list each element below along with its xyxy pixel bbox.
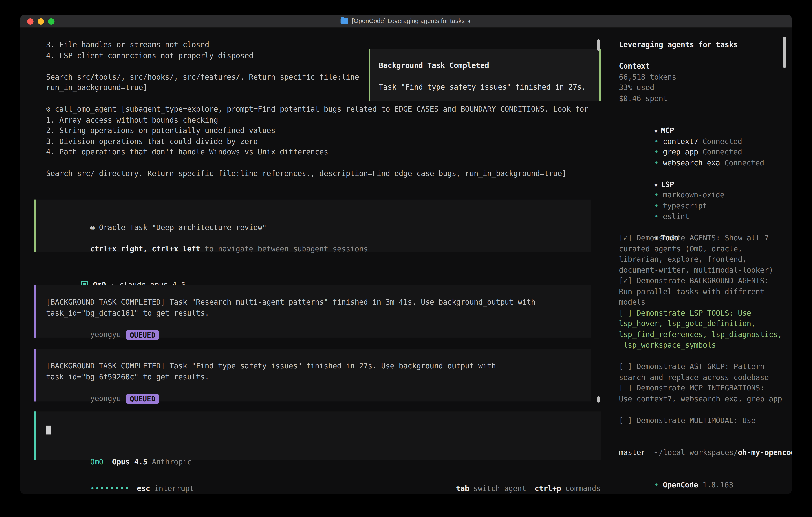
background-task-card: [BACKGROUND TASK COMPLETED] Task "Resear…: [34, 285, 591, 338]
workspace-path: ~/local-workspaces/oh-my-opencode:: [619, 436, 787, 447]
main-scrollbar-thumb[interactable]: [597, 39, 600, 51]
terminal-line: 4. Path operations that don't handle Win…: [46, 146, 601, 157]
window-title: [OpenCode] Leveraging agents for tasks: [352, 17, 465, 25]
minimize-button[interactable]: [38, 18, 44, 24]
oracle-task-panel: ◉ Oracle Task "Deep architecture review"…: [34, 199, 591, 252]
bullet-icon: •: [654, 137, 659, 145]
traffic-lights: [27, 15, 54, 28]
status-left: ••••••••escinterrupt: [46, 472, 194, 483]
task-author: yeongyu: [90, 330, 121, 338]
sidebar-scrollbar-thumb[interactable]: [783, 36, 786, 68]
text-cursor: [46, 426, 51, 434]
todo-pending-line: [ ] Demonstrate MULTIMODAL: Use: [619, 415, 787, 426]
toast-title: Background Task Completed: [379, 60, 599, 71]
todo-done-line: librarian, explore, frontend,: [619, 254, 787, 265]
ctrlp-key-label: commands: [566, 484, 601, 492]
task-message-line: task_id="bg_dcfac161" to get results.: [46, 307, 591, 318]
todo-done-line: Run parallel tasks with different: [619, 286, 787, 297]
terminal-line: 1. Array access without bounds checking: [46, 114, 601, 125]
zoom-button[interactable]: [48, 18, 54, 24]
title-bar: [OpenCode] Leveraging agents for tasks ◐: [20, 15, 792, 28]
terminal-line: 3. File handles or streams not closed: [46, 39, 601, 50]
todo-pending-line: search and replace across codebase: [619, 372, 787, 383]
oracle-icon: ◉: [90, 223, 94, 231]
oracle-keybinding: ctrl+x right, ctrl+x left: [90, 244, 200, 253]
todo-pending-line: [ ] Demonstrate MCP INTEGRATIONS:: [619, 383, 787, 393]
recording-icon: ◐: [468, 17, 471, 25]
status-right: tabswitch agentctrl+pcommands: [412, 472, 601, 483]
queued-badge: QUEUED: [126, 330, 159, 339]
todo-active-line: [ ] Demonstrate LSP TOOLS: Use: [619, 307, 787, 318]
context-spent: $0.46 spent: [619, 93, 787, 104]
oracle-title: Oracle Task "Deep architecture review": [99, 223, 266, 231]
opencode-version: •OpenCode 1.0.163: [619, 469, 787, 480]
bullet-icon: •: [654, 481, 659, 489]
toast-body: Task "Find type safety issues" finished …: [379, 82, 599, 92]
background-task-card: [BACKGROUND TASK COMPLETED] Task "Find t…: [34, 349, 591, 402]
bullet-icon: •: [654, 158, 659, 167]
todo-done-line: curated agents (OmO, oracle,: [619, 243, 787, 254]
terminal-line: Search src/ directory. Return specific f…: [46, 168, 601, 179]
queued-badge: QUEUED: [126, 394, 159, 403]
chevron-down-icon: ▼: [654, 128, 658, 135]
terminal-line: 3. Division operations that could divide…: [46, 136, 601, 147]
input-model-name: Opus 4.5: [112, 457, 148, 466]
close-button[interactable]: [27, 18, 33, 24]
task-author: yeongyu: [90, 394, 121, 402]
todo-done-line: [✓] Demonstrate AGENTS: Show all 7: [619, 233, 787, 243]
todo-active-line: lsp_hover, lsp_goto_definition,: [619, 318, 787, 329]
context-used: 33% used: [619, 82, 787, 93]
terminal-line: [46, 157, 601, 168]
task-message-line: [BACKGROUND TASK COMPLETED] Task "Find t…: [46, 361, 591, 372]
terminal-window: [OpenCode] Leveraging agents for tasks ◐…: [20, 15, 792, 494]
toast-notification[interactable]: Background Task Completed Task "Find typ…: [369, 49, 601, 101]
folder-icon: [341, 18, 348, 24]
esc-key-label: interrupt: [154, 484, 194, 492]
esc-key-hint: esc: [137, 484, 150, 492]
session-sidebar: Leveraging agents for tasks Context 66,5…: [611, 28, 792, 494]
agent-header: OmO · claude-opus-4-5: [46, 269, 185, 279]
bullet-icon: •: [654, 212, 659, 220]
bullet-icon: •: [654, 201, 659, 210]
tab-key-label: switch agent: [473, 484, 526, 492]
ctrlp-key-hint: ctrl+p: [535, 484, 561, 492]
task-message-line: [BACKGROUND TASK COMPLETED] Task "Resear…: [46, 297, 591, 308]
todo-active-line: lsp_find_references, lsp_diagnostics,: [619, 329, 787, 340]
status-bar: ••••••••escinterrupt tabswitch agentctrl…: [46, 472, 601, 483]
todo-done-line: document-writer, multimodal-looker): [619, 265, 787, 275]
main-scrollbar-thumb[interactable]: [597, 396, 600, 403]
tab-key-hint: tab: [456, 484, 469, 492]
prompt-input[interactable]: OmO Opus 4.5 Anthropic: [34, 411, 601, 460]
input-agent-name: OmO: [90, 457, 103, 466]
todo-pending-line: [ ] Demonstrate AST-GREP: Pattern: [619, 361, 787, 372]
todo-done-line: [✓] Demonstrate BACKGROUND AGENTS:: [619, 275, 787, 286]
session-title: Leveraging agents for tasks: [619, 39, 787, 50]
terminal-line: 2. String operations on potentially unde…: [46, 125, 601, 136]
todo-done-line: models: [619, 297, 787, 308]
oracle-hint: to navigate between subagent sessions: [200, 244, 368, 253]
bullet-icon: •: [654, 191, 659, 199]
task-message-line: task_id="bg_6f59260c" to get results.: [46, 372, 591, 382]
spinner-dots-icon: ••••••••: [90, 484, 130, 492]
screen: [OpenCode] Leveraging agents for tasks ◐…: [0, 0, 812, 517]
context-heading: Context: [619, 61, 787, 72]
todo-active-line: lsp_workspace_symbols: [619, 340, 787, 351]
chevron-down-icon: ▼: [654, 181, 658, 188]
bullet-icon: •: [654, 147, 659, 156]
todo-pending-line: Use context7, websearch_exa, grep_app: [619, 393, 787, 404]
tool-call-line: ⚙ call_omo_agent [subagent_type=explore,…: [46, 104, 601, 114]
mcp-section-header[interactable]: ▼MCP: [619, 114, 787, 125]
input-provider-name: Anthropic: [147, 457, 192, 466]
context-tokens: 66,518 tokens: [619, 71, 787, 82]
